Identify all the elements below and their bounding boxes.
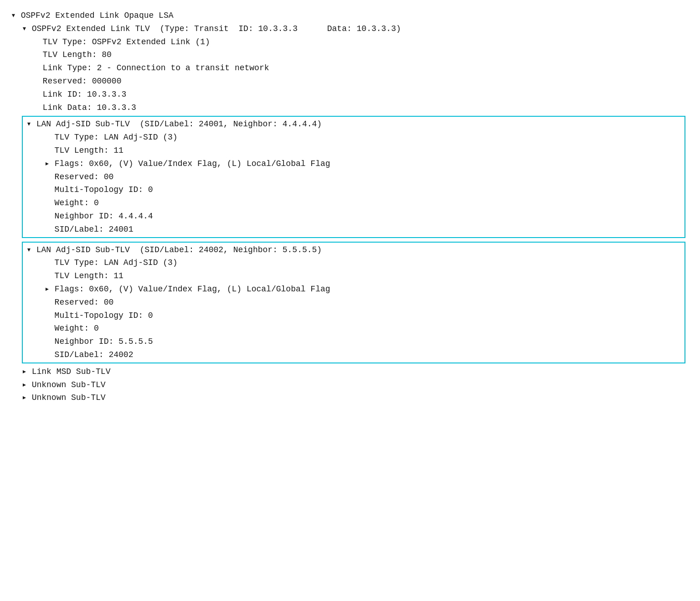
footer-unknown-2[interactable]: ▸ Unknown Sub-TLV [11,391,689,404]
field-tlv-length-text: TLV Length: 80 [43,48,112,62]
lan-adj-sid-1-sub-reserved: Reserved: 00 [23,171,685,184]
lan-adj-sid-1-flags-toggle[interactable]: ▸ [45,157,55,171]
lan-adj-sid-1-box: ▾ LAN Adj-SID Sub-TLV (SID/Label: 24001,… [22,116,685,238]
field-tlv-type-text: TLV Type: OSPFv2 Extended Link (1) [43,36,210,49]
lan-adj-sid-2-sub-neighbor: Neighbor ID: 5.5.5.5 [23,335,685,348]
extended-link-toggle[interactable]: ▾ [22,22,32,36]
lan-adj-sid-2-flags[interactable]: ▸ Flags: 0x60, (V) Value/Index Flag, (L)… [23,283,685,296]
field-tlv-length: TLV Length: 80 [11,48,689,62]
lan-adj-sid-2-flags-toggle[interactable]: ▸ [45,283,55,296]
root-toggle[interactable]: ▾ [11,9,21,22]
field-link-data: Link Data: 10.3.3.3 [11,101,689,114]
footer-unknown-2-toggle[interactable]: ▸ [22,391,32,404]
footer-link-msd[interactable]: ▸ Link MSD Sub-TLV [11,365,689,378]
lan-adj-sid-1-tlv-type: TLV Type: LAN Adj-SID (3) [23,131,685,144]
lan-adj-sid-2-sub-sid: SID/Label: 24002 [23,348,685,362]
lan-adj-sid-2-sub-weight: Weight: 0 [23,322,685,335]
lan-adj-sid-2-sub-reserved: Reserved: 00 [23,296,685,309]
lan-adj-sid-1-sub-sid: SID/Label: 24001 [23,223,685,236]
footer-link-msd-toggle[interactable]: ▸ [22,365,32,378]
lan-adj-sid-1-flags[interactable]: ▸ Flags: 0x60, (V) Value/Index Flag, (L)… [23,157,685,171]
lan-adj-sid-2-tlv-length: TLV Length: 11 [23,269,685,283]
lan-adj-sid-1-header[interactable]: ▾ LAN Adj-SID Sub-TLV (SID/Label: 24001,… [23,118,685,131]
lan-adj-sid-2-sub-mt-id: Multi-Topology ID: 0 [23,309,685,322]
root-node[interactable]: ▾ OSPFv2 Extended Link Opaque LSA [11,9,689,22]
lan-adj-sid-1-header-text: LAN Adj-SID Sub-TLV (SID/Label: 24001, N… [36,118,322,131]
field-reserved: Reserved: 000000 [11,75,689,88]
field-link-id: Link ID: 10.3.3.3 [11,88,689,101]
field-link-type: Link Type: 2 - Connection to a transit n… [11,62,689,75]
lan-adj-sid-1-sub-weight: Weight: 0 [23,197,685,210]
field-link-type-text: Link Type: 2 - Connection to a transit n… [43,62,269,75]
extended-link-tlv-node[interactable]: ▾ OSPFv2 Extended Link TLV (Type: Transi… [11,22,689,36]
lan-adj-sid-2-tlv-type: TLV Type: LAN Adj-SID (3) [23,256,685,269]
root-label: OSPFv2 Extended Link Opaque LSA [21,9,174,22]
lan-adj-sid-1-toggle[interactable]: ▾ [26,118,36,131]
field-link-data-text: Link Data: 10.3.3.3 [43,101,136,114]
lan-adj-sid-1-sub-neighbor: Neighbor ID: 4.4.4.4 [23,210,685,223]
lan-adj-sid-2-header-text: LAN Adj-SID Sub-TLV (SID/Label: 24002, N… [36,244,322,257]
extended-link-tlv-label: OSPFv2 Extended Link TLV (Type: Transit … [32,22,401,36]
field-link-id-text: Link ID: 10.3.3.3 [43,88,127,101]
footer-unknown-1[interactable]: ▸ Unknown Sub-TLV [11,378,689,392]
footer-unknown-1-toggle[interactable]: ▸ [22,378,32,392]
field-reserved-text: Reserved: 000000 [43,75,122,88]
packet-tree: ▾ OSPFv2 Extended Link Opaque LSA ▾ OSPF… [11,9,689,404]
lan-adj-sid-2-header[interactable]: ▾ LAN Adj-SID Sub-TLV (SID/Label: 24002,… [23,244,685,257]
lan-adj-sid-1-sub-mt-id: Multi-Topology ID: 0 [23,183,685,197]
field-tlv-type: TLV Type: OSPFv2 Extended Link (1) [11,36,689,49]
lan-adj-sid-1-tlv-length: TLV Length: 11 [23,144,685,157]
lan-adj-sid-2-toggle[interactable]: ▾ [26,244,36,257]
lan-adj-sid-2-box: ▾ LAN Adj-SID Sub-TLV (SID/Label: 24002,… [22,242,685,363]
